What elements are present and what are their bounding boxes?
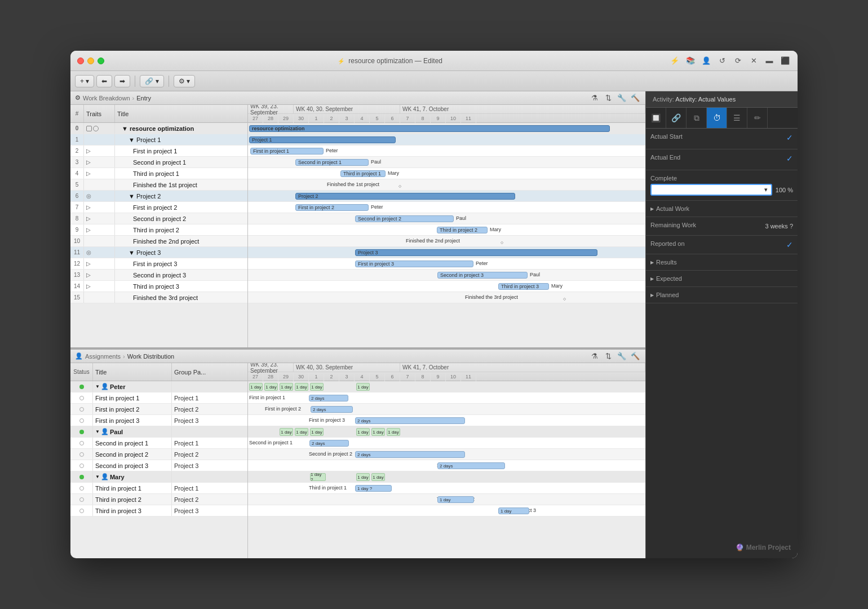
task-row[interactable]: First in project 3 Project 3 xyxy=(70,415,247,426)
assign-bar-peter-t1: 2 days xyxy=(309,395,348,401)
assign-gantt-container: Status Title Group Pa... ▼ 👤 Peter xyxy=(70,363,645,558)
link-button[interactable]: 🔗 ▾ xyxy=(140,75,163,87)
gantt-table: # Traits Title 0 ▼ resource optimization xyxy=(70,105,645,347)
bar-person-12: Peter xyxy=(476,261,488,266)
task-row[interactable]: Second in project 2 Project 2 xyxy=(70,449,247,460)
sync-btn[interactable]: ⟳ xyxy=(732,56,743,66)
table-row[interactable]: 12 ▷ First in project 3 xyxy=(70,258,247,270)
task-row[interactable]: Second in project 3 Project 3 xyxy=(70,460,247,471)
row-title: Second in project 3 xyxy=(115,272,247,279)
table-row[interactable]: 14 ▷ Third in project 3 xyxy=(70,281,247,292)
task-row[interactable]: Third in project 1 Project 1 xyxy=(70,483,247,494)
task-row[interactable]: Second in project 1 Project 1 xyxy=(70,438,247,449)
assign-filter-btn[interactable]: ⚗ xyxy=(589,351,600,361)
tab-edit[interactable]: ✏ xyxy=(747,108,768,128)
table-row[interactable]: 13 ▷ Second in project 3 xyxy=(70,270,247,281)
tab-time[interactable]: ⏱ xyxy=(707,108,727,128)
close-button[interactable] xyxy=(77,58,84,64)
work-block: 1 day xyxy=(310,383,324,391)
assign-sort-btn[interactable]: ⇅ xyxy=(603,351,614,361)
close-icon[interactable]: ✕ xyxy=(748,56,759,66)
person-row-mary[interactable]: ▼ 👤 Mary xyxy=(70,471,247,483)
tab-details[interactable]: ☰ xyxy=(727,108,747,128)
task-row[interactable]: Third in project 3 Project 3 xyxy=(70,505,247,517)
task-status xyxy=(70,392,93,403)
minimize-button[interactable] xyxy=(87,58,94,64)
complete-label: Complete xyxy=(650,175,677,182)
tab-link[interactable]: 🔗 xyxy=(666,108,687,128)
week-labels: WK 39, 23. September WK 40, 30. Septembe… xyxy=(248,363,645,372)
lightning-btn[interactable]: ⚡ xyxy=(669,56,680,66)
table-row[interactable]: 1 ▼ Project 1 xyxy=(70,134,247,145)
library-btn[interactable]: 📚 xyxy=(685,56,696,66)
main-window: ⚡ resource optimization — Edited ⚡ 📚 👤 ↺… xyxy=(70,51,798,558)
table-row[interactable]: 9 ▷ Third in project 2 xyxy=(70,224,247,236)
tab-list[interactable]: ⧉ xyxy=(687,108,707,128)
task-row[interactable]: First in project 1 Project 1 xyxy=(70,392,247,404)
work-block: 1 day xyxy=(371,473,385,481)
table-row[interactable]: 15 Finished the 3rd project xyxy=(70,292,247,303)
indent-button[interactable]: ➡ xyxy=(114,75,130,87)
table-row[interactable]: 5 Finished the 1st project xyxy=(70,179,247,191)
expected-section: ▶ Expected xyxy=(646,271,798,287)
minimize-icon[interactable]: ▬ xyxy=(764,56,775,66)
actual-work-title[interactable]: ▶ Actual Work xyxy=(650,205,793,212)
results-title[interactable]: ▶ Results xyxy=(650,259,793,266)
table-row[interactable]: 11 ◎ ▼ Project 3 xyxy=(70,247,247,258)
row-id: 15 xyxy=(70,292,84,303)
day-29: 29 xyxy=(278,114,294,123)
table-row[interactable]: 7 ▷ First in project 2 xyxy=(70,202,247,213)
expected-title[interactable]: ▶ Expected xyxy=(650,275,793,282)
row-id: 11 xyxy=(70,247,84,258)
person-row-paul[interactable]: ▼ 👤 Paul xyxy=(70,426,247,438)
table-row[interactable]: 6 ◎ ▼ Project 2 xyxy=(70,191,247,202)
filter-btn[interactable]: ⚗ xyxy=(589,93,600,103)
task-title: Third in project 2 xyxy=(93,494,172,505)
assign-wrench-btn[interactable]: 🔧 xyxy=(616,351,627,361)
work-block: 1 day xyxy=(295,428,308,436)
week-label-41: WK 41, 7. October xyxy=(400,363,645,372)
task-title: First in project 1 xyxy=(93,392,172,403)
triangle-icon: ▷ xyxy=(86,159,91,165)
planned-title[interactable]: ▶ Planned xyxy=(650,292,793,298)
tab-info[interactable]: 🔲 xyxy=(646,108,666,128)
settings-button[interactable]: ⚙ ▾ xyxy=(174,75,195,87)
person-btn[interactable]: 👤 xyxy=(701,56,712,66)
bar-label-peter-t1: First in project 1 xyxy=(249,395,285,400)
expand-icon: ▼ xyxy=(95,429,100,434)
expand-icon[interactable]: ⬛ xyxy=(780,56,791,66)
complete-dropdown[interactable]: ▾ xyxy=(650,184,772,196)
empty-dot xyxy=(79,441,84,445)
status-dot xyxy=(79,475,84,479)
table-row[interactable]: 8 ▷ Second in project 2 xyxy=(70,213,247,224)
table-row[interactable]: 0 ▼ resource optimization xyxy=(70,123,247,134)
spanner-btn[interactable]: 🔨 xyxy=(630,93,641,103)
gantt-row-7: First in project 2 Peter xyxy=(248,202,645,213)
table-row[interactable]: 2 ▷ First in project 1 xyxy=(70,145,247,157)
gantt-bar-11: Project 3 xyxy=(355,249,597,256)
refresh-btn[interactable]: ↺ xyxy=(716,56,728,66)
task-row[interactable]: Third in project 2 Project 2 xyxy=(70,494,247,505)
col-group: Group Pa... xyxy=(172,369,247,376)
wrench-btn[interactable]: 🔧 xyxy=(616,93,627,103)
task-row[interactable]: First in project 2 Project 2 xyxy=(70,404,247,415)
bar-label-0: resource optimization xyxy=(252,126,305,131)
work-block: 1 day xyxy=(249,383,263,391)
row-traits: ▷ xyxy=(84,224,115,235)
task-title: First in project 3 xyxy=(93,415,172,426)
separator-2 xyxy=(169,76,169,87)
actual-start-check: ✓ xyxy=(786,133,793,142)
add-button[interactable]: + ▾ xyxy=(75,75,94,87)
zoom-button[interactable] xyxy=(98,58,104,64)
assign-spanner-btn[interactable]: 🔨 xyxy=(630,351,641,361)
bar-label-3: Second in project 1 xyxy=(298,160,342,165)
gantt-row-3: Second in project 1 Paul xyxy=(248,157,645,168)
sort-btn[interactable]: ⇅ xyxy=(603,93,614,103)
person-row-peter[interactable]: ▼ 👤 Peter xyxy=(70,381,247,392)
outdent-button[interactable]: ⬅ xyxy=(96,75,112,87)
table-row[interactable]: 10 Finished the 2nd project xyxy=(70,236,247,247)
task-group: Project 2 xyxy=(172,496,247,503)
row-title: ▼ Project 1 xyxy=(115,136,247,143)
table-row[interactable]: 4 ▷ Third in project 1 xyxy=(70,168,247,179)
table-row[interactable]: 3 ▷ Second in project 1 xyxy=(70,157,247,168)
